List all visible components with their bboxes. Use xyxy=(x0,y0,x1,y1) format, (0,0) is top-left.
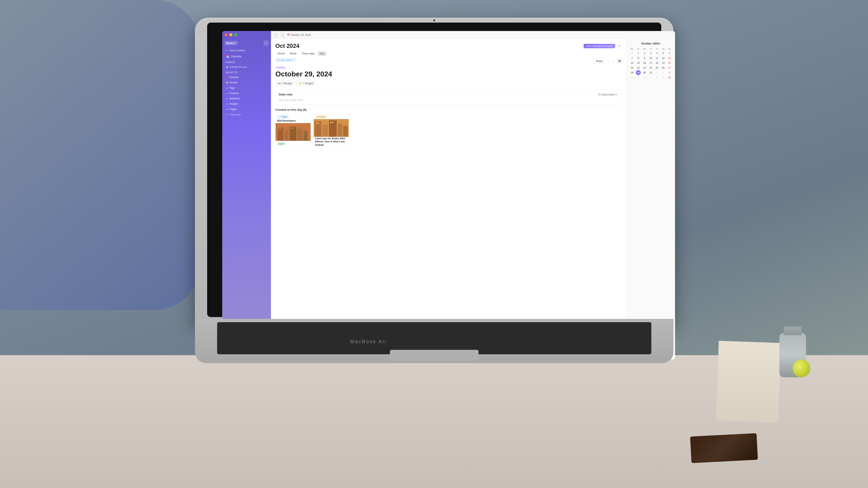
get-pro-button[interactable]: Get Capacities Pro now! xyxy=(584,44,615,48)
mini-cal-day-2[interactable]: 2 xyxy=(642,51,647,56)
mini-cal-month-label: October xyxy=(641,42,651,45)
mini-cal-day-nov8[interactable]: 8 xyxy=(655,75,659,80)
mini-cal-day-5[interactable]: 5 xyxy=(661,51,666,56)
card-adobe-alternative[interactable]: People xyxy=(313,113,349,148)
svg-rect-16 xyxy=(316,123,317,124)
add-recipe-button[interactable]: 🍽 + Recipe xyxy=(275,81,294,86)
tab-three-days[interactable]: Three days xyxy=(299,51,317,56)
tab-week[interactable]: Week xyxy=(287,51,299,56)
mini-cal-day-20[interactable]: 20 xyxy=(667,60,672,65)
mini-cal-day-19[interactable]: 19 xyxy=(661,60,666,65)
mini-cal-next-month[interactable]: › xyxy=(669,42,672,45)
mini-cal-day-8[interactable]: 8 xyxy=(636,56,641,60)
mini-cal-day-6[interactable]: 6 xyxy=(667,51,672,56)
mini-cal-day-15[interactable]: 15 xyxy=(636,60,641,65)
daily-note-learn-more[interactable]: ☀ Learn more ✕ xyxy=(597,93,619,96)
mini-cal-day-21[interactable]: 21 xyxy=(630,65,634,70)
mini-cal-day-23[interactable]: 23 xyxy=(642,65,647,70)
mini-cal-day-nov10[interactable]: 10 xyxy=(667,75,672,80)
mini-cal-day-31[interactable]: 31 xyxy=(648,70,653,75)
tags-label: Tags xyxy=(229,86,235,90)
mini-cal-day-29-today[interactable]: 29 xyxy=(636,70,641,75)
mini-cal-day-22[interactable]: 22 xyxy=(636,65,641,70)
mini-cal-day-17[interactable]: 17 xyxy=(648,60,653,65)
mini-cal-day-nov6[interactable]: 6 xyxy=(642,75,647,80)
pinned-item-label: A Studio for you... xyxy=(229,66,249,68)
svg-rect-14 xyxy=(338,124,342,137)
forward-button[interactable]: › xyxy=(280,33,285,37)
mini-cal-day-nov7[interactable]: 7 xyxy=(648,75,653,80)
notes-app-button[interactable]: Notes ▾ xyxy=(224,41,238,45)
close-button[interactable] xyxy=(224,33,227,36)
mini-cal-week-1: 30 1 2 3 4 5 6 xyxy=(629,51,672,56)
mini-cal-day-18[interactable]: 18 xyxy=(655,60,659,65)
mini-cal-day-sep30[interactable]: 30 xyxy=(630,51,634,56)
mini-cal-day-16[interactable]: 16 xyxy=(642,60,647,65)
back-button[interactable]: ‹ xyxy=(274,33,278,37)
mini-cal-day-7[interactable]: 7 xyxy=(630,56,634,60)
mini-cal-day-nov4[interactable]: 4 xyxy=(630,75,634,80)
mini-cal-day-30[interactable]: 30 xyxy=(642,70,647,75)
mini-cal-day-13[interactable]: 13 xyxy=(667,56,672,60)
sidebar-item-weblinks[interactable]: ◈ Weblinks xyxy=(223,96,270,101)
learn-more-tag[interactable]: ℹ Learn more ✕ xyxy=(275,58,296,62)
mini-cal-day-28[interactable]: 28 xyxy=(630,70,634,75)
today-button[interactable]: Today xyxy=(593,59,605,64)
sidebar-item-people[interactable]: People xyxy=(223,80,270,85)
search-button[interactable]: ⌕ xyxy=(264,40,269,45)
screen-lid: Notes ▾ ⌕ ＋ + New content 📅 Calendar xyxy=(195,18,674,323)
trackpad[interactable] xyxy=(390,350,478,361)
mini-cal-day-nov3[interactable]: 3 xyxy=(667,70,672,75)
card-xda-developers[interactable]: 📄 Page XDA Developers xyxy=(275,113,311,148)
sidebar-item-calendar[interactable]: 📅 Calendar xyxy=(223,54,270,59)
svg-rect-8 xyxy=(291,128,292,129)
sidebar-item-tags[interactable]: ◈ Tags xyxy=(223,85,270,91)
mini-cal-day-nov2[interactable]: 2 xyxy=(661,70,666,75)
mini-cal-day-14[interactable]: 14 xyxy=(630,60,634,65)
refresh-icon: ↻ xyxy=(618,44,621,47)
mini-cal-day-nov9[interactable]: 9 xyxy=(661,75,666,80)
daily-note-input[interactable]: Start your daily note... xyxy=(279,99,619,102)
mini-cal-day-27[interactable]: 27 xyxy=(667,65,672,70)
page-icon: 📄 xyxy=(278,116,281,118)
mini-cal-day-25[interactable]: 25 xyxy=(655,65,659,70)
mini-cal-day-3[interactable]: 3 xyxy=(648,51,653,56)
weblinks-label: Weblinks xyxy=(229,97,240,100)
close-tag-icon[interactable]: ✕ xyxy=(292,59,294,61)
mini-cal-day-26[interactable]: 26 xyxy=(661,65,666,70)
mini-cal-day-12[interactable]: 12 xyxy=(661,56,666,60)
tab-day[interactable]: Day xyxy=(317,51,327,56)
created-on-this-day-section: Created on this day (9) 📄 Page xyxy=(275,108,622,151)
mini-cal-day-24[interactable]: 24 xyxy=(648,65,653,70)
keyboard[interactable] xyxy=(217,322,651,354)
maximize-button[interactable] xyxy=(234,33,237,36)
mini-cal-day-9[interactable]: 9 xyxy=(642,56,647,60)
mini-cal-day-nov1[interactable]: 1 xyxy=(655,70,659,75)
images-icon: ◈ xyxy=(226,103,228,105)
mini-cal-prev-nav: ‹ xyxy=(629,42,633,45)
refresh-button[interactable]: ↻ xyxy=(617,44,622,48)
tab-month[interactable]: Month xyxy=(275,51,287,56)
sidebar-item-projects[interactable]: ◈ Projects xyxy=(223,91,270,96)
card-image-xda xyxy=(276,123,311,141)
add-project-button[interactable]: 📁 + Project xyxy=(296,81,316,86)
close-chip-icon[interactable]: ✕ xyxy=(615,93,617,96)
next-day-button[interactable]: › xyxy=(611,59,616,64)
travel-tag: travel xyxy=(277,142,285,145)
mini-cal-day-10[interactable]: 10 xyxy=(648,56,653,60)
mini-cal-day-11[interactable]: 11 xyxy=(655,56,659,60)
mini-cal-prev-month[interactable]: ‹ xyxy=(629,42,633,45)
sidebar-item-pages[interactable]: ◈ Pages xyxy=(223,106,270,112)
mini-cal-day-4[interactable]: 4 xyxy=(655,51,659,56)
mini-cal-day-nov5[interactable]: 5 xyxy=(636,75,641,80)
sidebar-item-images[interactable]: ◈ Images xyxy=(223,101,270,106)
mini-cal-day-1[interactable]: 1 xyxy=(636,51,641,56)
new-type-button[interactable]: ＋ + New type xyxy=(222,112,271,117)
new-content-button[interactable]: ＋ + New content xyxy=(224,48,269,53)
notebook-prop xyxy=(716,341,781,423)
grid-view-button[interactable]: ⊞ xyxy=(617,59,622,64)
minimize-button[interactable] xyxy=(229,33,232,36)
sidebar-item-recipes[interactable]: Recipes xyxy=(223,75,270,80)
prev-day-button[interactable]: ‹ xyxy=(606,59,611,64)
sidebar-item-pinned[interactable]: ◆ A Studio for you... xyxy=(223,64,270,69)
